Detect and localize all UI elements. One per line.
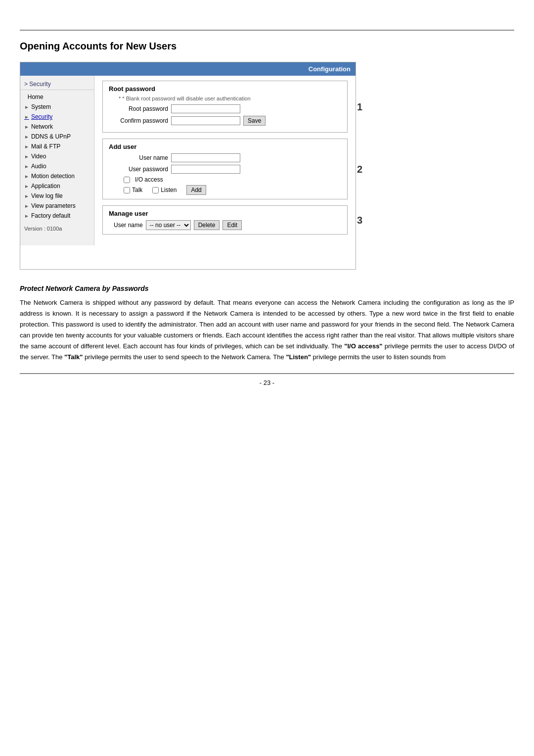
panel-main: Root password * * Blank root password wi… xyxy=(94,76,356,245)
save-button[interactable]: Save xyxy=(243,116,266,126)
article-body: The Network Camera is shipped without an… xyxy=(20,297,514,363)
sidebar-item-system[interactable]: ► System xyxy=(20,102,94,112)
userpassword-label: User password xyxy=(109,166,168,173)
page-title: Opening Accounts for New Users xyxy=(20,41,514,52)
arrow-icon: ► xyxy=(24,184,29,189)
manage-user-title: Manage user xyxy=(109,210,341,217)
add-user-title: Add user xyxy=(109,143,341,150)
main-content: Configuration > Security Home ► System ►… xyxy=(20,62,514,270)
spacer-icon xyxy=(24,94,26,100)
sidebar-item-factory[interactable]: ► Factory default xyxy=(20,211,94,221)
arrow-icon: ► xyxy=(24,164,29,169)
root-password-note: * * Blank root password will disable use… xyxy=(119,95,341,101)
sidebar-item-audio[interactable]: ► Audio xyxy=(20,161,94,171)
section1-number: 1 xyxy=(357,101,362,112)
sidebar-item-application[interactable]: ► Application xyxy=(20,181,94,191)
breadcrumb: > Security xyxy=(20,79,94,90)
sidebar: > Security Home ► System ► Security ► Ne… xyxy=(20,76,94,245)
manage-username-label: User name xyxy=(114,222,143,229)
io-access-label: I/O access xyxy=(135,176,163,183)
sidebar-item-viewlog[interactable]: ► View log file xyxy=(20,191,94,201)
root-password-section: Root password * * Blank root password wi… xyxy=(102,81,348,133)
manage-user-wrapper: Manage user User name -- no user -- Dele… xyxy=(102,205,348,235)
article-subtitle: Protect Network Camera by Passwords xyxy=(20,284,514,292)
delete-button[interactable]: Delete xyxy=(194,220,220,230)
io-access-row: I/O access xyxy=(124,176,341,183)
manage-user-section: Manage user User name -- no user -- Dele… xyxy=(102,205,348,235)
panel-header: Configuration xyxy=(20,62,356,76)
username-row: User name xyxy=(109,153,341,162)
add-user-wrapper: Add user User name User password I/O acc… xyxy=(102,139,348,199)
arrow-icon: ► xyxy=(24,213,29,219)
sidebar-item-network[interactable]: ► Network xyxy=(20,122,94,132)
sidebar-item-home[interactable]: Home xyxy=(20,92,94,102)
confirm-password-input[interactable] xyxy=(171,116,240,125)
userpassword-input[interactable] xyxy=(171,165,240,174)
root-password-title: Root password xyxy=(109,85,341,93)
arrow-icon: ► xyxy=(24,154,29,159)
io-access-checkbox[interactable] xyxy=(124,177,130,183)
sidebar-item-ddns[interactable]: ► DDNS & UPnP xyxy=(20,132,94,142)
section3-number: 3 xyxy=(357,214,362,226)
add-user-section: Add user User name User password I/O acc… xyxy=(102,139,348,199)
listen-label: Listen xyxy=(161,187,177,193)
edit-button[interactable]: Edit xyxy=(222,220,242,230)
page-number: - 23 - xyxy=(0,374,534,391)
manage-user-row: User name -- no user -- Delete Edit xyxy=(114,220,341,230)
ui-panel: Configuration > Security Home ► System ►… xyxy=(20,62,356,270)
username-input[interactable] xyxy=(171,153,240,162)
root-password-input[interactable] xyxy=(171,104,240,113)
confirm-password-label: Confirm password xyxy=(109,117,168,124)
arrow-icon: ► xyxy=(24,124,29,130)
section2-number: 2 xyxy=(357,163,362,175)
root-password-wrapper: Root password * * Blank root password wi… xyxy=(102,81,348,133)
add-user-button[interactable]: Add xyxy=(186,185,206,195)
panel-body: > Security Home ► System ► Security ► Ne… xyxy=(20,76,356,245)
sidebar-item-motion[interactable]: ► Motion detection xyxy=(20,171,94,181)
arrow-icon: ► xyxy=(24,174,29,179)
sidebar-item-security[interactable]: ► Security xyxy=(20,112,94,122)
talk-checkbox[interactable] xyxy=(124,187,130,193)
listen-checkbox[interactable] xyxy=(152,187,159,193)
userpassword-row: User password xyxy=(109,165,341,174)
root-password-label: Root password xyxy=(109,105,168,112)
sidebar-item-mail[interactable]: ► Mail & FTP xyxy=(20,142,94,151)
talk-listen-row: Talk Listen Add xyxy=(124,185,341,195)
article-section: Protect Network Camera by Passwords The … xyxy=(20,284,514,363)
confirm-password-row: Confirm password Save xyxy=(109,116,341,126)
username-label: User name xyxy=(109,154,168,161)
arrow-icon: ► xyxy=(24,144,29,149)
arrow-icon: ► xyxy=(24,203,29,209)
top-divider xyxy=(20,30,514,31)
sidebar-item-video[interactable]: ► Video xyxy=(20,151,94,161)
talk-label: Talk xyxy=(132,187,142,193)
arrow-icon: ► xyxy=(24,193,29,199)
arrow-icon: ► xyxy=(24,134,29,140)
root-password-row: Root password xyxy=(109,104,341,113)
arrow-icon: ► xyxy=(24,104,29,110)
version-label: Version : 0100a xyxy=(20,223,94,235)
manage-user-select[interactable]: -- no user -- xyxy=(146,220,191,230)
arrow-icon: ► xyxy=(24,114,29,120)
sidebar-item-viewparams[interactable]: ► View parameters xyxy=(20,201,94,211)
